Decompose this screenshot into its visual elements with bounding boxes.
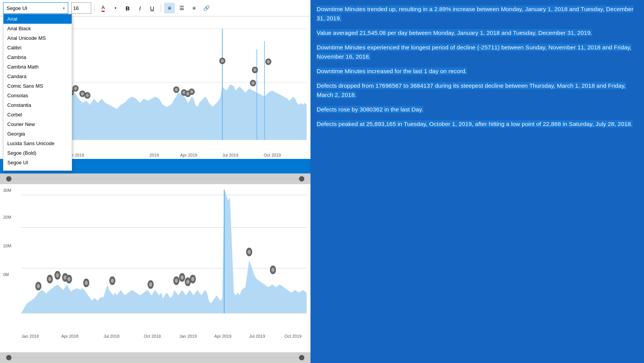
- bold-button[interactable]: B: [122, 3, 133, 13]
- insight-text-4: Downtime Minutes increased for the last …: [317, 67, 467, 75]
- svg-point-53: [149, 282, 152, 286]
- top-slider-row[interactable]: [0, 173, 310, 184]
- svg-point-65: [271, 268, 274, 272]
- underline-icon: U: [150, 5, 154, 11]
- underline-button[interactable]: U: [147, 3, 158, 13]
- svg-point-16: [86, 94, 89, 97]
- insight-block-1: Downtime Minutes trended up, resulting i…: [317, 5, 638, 23]
- font-color-button[interactable]: A: [98, 3, 108, 13]
- bx-label-jul2019: Jul 2019: [249, 334, 265, 338]
- font-item-arial-black[interactable]: Arial Black: [3, 24, 72, 33]
- align-left-icon: ≡: [168, 5, 171, 11]
- font-color-dropdown[interactable]: ▾: [110, 3, 121, 13]
- align-center-button[interactable]: ☰: [176, 3, 187, 13]
- insight-text-3: Downtime Minutes experienced the longest…: [317, 44, 631, 60]
- left-panel: Segoe UI Arial Arial Black Arial Unicode…: [0, 0, 310, 363]
- svg-point-41: [48, 277, 51, 281]
- svg-point-61: [191, 277, 194, 281]
- top-slider-thumb-right[interactable]: [299, 176, 304, 182]
- font-item-candara[interactable]: Candara: [3, 72, 72, 81]
- font-item-arial[interactable]: Arial: [3, 14, 72, 24]
- bx-label-oct2018: Oct 2018: [144, 334, 161, 338]
- italic-button[interactable]: I: [135, 3, 145, 13]
- font-item-segoe-bold[interactable]: Segoe (Bold): [3, 148, 72, 158]
- insight-block-5: Defects dropped from 17696567 to 3684137…: [317, 81, 638, 100]
- top-slider-thumb-left[interactable]: [6, 176, 12, 182]
- x-label-apr2019: Apr 2019: [180, 153, 197, 157]
- chart-bottom: 30M 20M 10M 0M: [0, 184, 310, 352]
- insight-block-2: Value averaged 21,545.08 per day between…: [317, 28, 638, 38]
- svg-point-28: [253, 68, 256, 72]
- bx-label-apr2018: Apr 2018: [61, 334, 79, 338]
- right-panel: Downtime Minutes trended up, resulting i…: [310, 0, 644, 363]
- font-item-lucida-sans-unicode[interactable]: Lucida Sans Unicode: [3, 139, 72, 148]
- svg-point-55: [175, 278, 178, 283]
- bx-label-oct2019: Oct 2019: [284, 334, 302, 338]
- font-dropdown-menu: Arial Arial Black Arial Unicode MS Calib…: [3, 14, 72, 171]
- font-item-segoe-ui[interactable]: Segoe UI: [3, 158, 72, 167]
- font-item-corbel[interactable]: Corbel: [3, 110, 72, 119]
- insight-block-6: Defects rose by 3080362 in the last Day.: [317, 105, 638, 114]
- bx-label-jan2018: Jan 2018: [21, 334, 39, 338]
- font-item-consolas[interactable]: Consolas: [3, 91, 72, 100]
- align-left-button[interactable]: ≡: [164, 3, 175, 13]
- font-color-icon: A: [102, 5, 105, 12]
- svg-point-51: [111, 278, 114, 283]
- x-label-2019: 2019: [150, 153, 159, 157]
- insight-block-4: Downtime Minutes increased for the last …: [317, 67, 638, 76]
- bx-label-jul2018: Jul 2018: [104, 334, 120, 338]
- align-right-icon: ≡: [192, 5, 196, 11]
- font-item-cambria-math[interactable]: Cambria Math: [3, 62, 72, 72]
- svg-point-12: [74, 87, 77, 90]
- x-label-oct2019: Oct 2019: [264, 153, 281, 157]
- font-size-input[interactable]: [71, 2, 91, 14]
- svg-point-57: [181, 275, 184, 280]
- bx-label-jan2019: Jan 2019: [179, 334, 197, 338]
- font-selector-label: Segoe UI: [7, 5, 27, 11]
- font-item-courier-new[interactable]: Courier New: [3, 119, 72, 129]
- font-item-comic-sans-ms[interactable]: Comic Sans MS: [3, 81, 72, 91]
- insight-block-3: Downtime Minutes experienced the longest…: [317, 43, 638, 61]
- bottom-slider-track[interactable]: [6, 357, 304, 358]
- insight-text-7: Defects peaked at 25,893,165 in Tuesday,…: [317, 120, 632, 128]
- bottom-chart-svg: [0, 184, 310, 352]
- font-item-georgia[interactable]: Georgia: [3, 129, 72, 139]
- svg-point-24: [190, 90, 193, 93]
- svg-point-49: [85, 281, 88, 285]
- svg-point-32: [251, 82, 255, 85]
- sep-2: [161, 4, 161, 12]
- insight-text-2: Value averaged 21,545.08 per day between…: [317, 29, 592, 36]
- link-button[interactable]: 🔗: [201, 3, 212, 13]
- svg-point-14: [81, 92, 84, 96]
- svg-point-59: [186, 280, 189, 284]
- bottom-slider-thumb-left[interactable]: [6, 355, 12, 360]
- font-selector-button[interactable]: Segoe UI: [3, 2, 68, 14]
- insight-block-7: Defects peaked at 25,893,165 in Tuesday,…: [317, 119, 638, 129]
- italic-icon: I: [139, 5, 141, 11]
- font-item-calibri[interactable]: Calibri: [3, 43, 72, 52]
- font-item-constantia[interactable]: Constantia: [3, 100, 72, 110]
- insight-text-5: Defects dropped from 17696567 to 3684137…: [317, 82, 626, 98]
- svg-point-43: [56, 273, 59, 277]
- link-icon: 🔗: [203, 5, 210, 11]
- bold-icon: B: [126, 5, 130, 11]
- font-item-segoe-ui-light[interactable]: Segoe UI Light: [3, 167, 72, 171]
- svg-point-47: [67, 277, 71, 281]
- font-item-arial-unicode-ms[interactable]: Arial Unicode MS: [3, 33, 72, 43]
- insight-text-1: Downtime Minutes trended up, resulting i…: [317, 5, 634, 22]
- svg-point-63: [248, 250, 251, 254]
- insight-text-6: Defects rose by 3080362 in the last Day.: [317, 106, 423, 113]
- align-right-button[interactable]: ≡: [189, 3, 199, 13]
- svg-point-30: [267, 60, 270, 64]
- font-color-dropdown-icon: ▾: [115, 6, 117, 10]
- svg-point-39: [37, 284, 40, 288]
- bottom-slider-thumb-right[interactable]: [299, 355, 304, 360]
- sep-1: [94, 4, 95, 12]
- font-item-cambria[interactable]: Cambria: [3, 52, 72, 62]
- font-selector-wrap: Segoe UI Arial Arial Black Arial Unicode…: [3, 2, 68, 14]
- svg-point-18: [175, 88, 178, 92]
- top-slider-track[interactable]: [6, 178, 304, 180]
- x-label-jul2019: Jul 2019: [222, 153, 238, 157]
- bottom-slider-row[interactable]: [0, 352, 310, 363]
- bx-label-apr2019: Apr 2019: [214, 334, 232, 338]
